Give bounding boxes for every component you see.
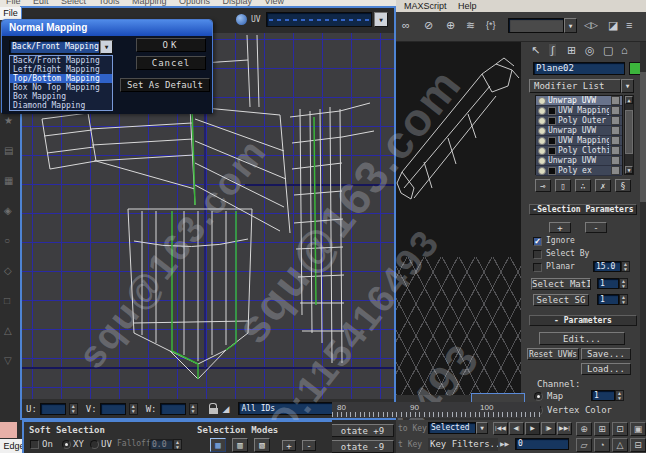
- key-filters-button[interactable]: Key Filters...: [428, 438, 498, 451]
- named-selection-arrow[interactable]: ▼: [564, 18, 577, 33]
- uv-radio[interactable]: [90, 440, 99, 449]
- stack-scrollbar[interactable]: ▲ ▼: [624, 95, 634, 175]
- matid-spinner[interactable]: ▲▼: [619, 278, 628, 289]
- spinner-down-icon[interactable]: ▼: [620, 284, 627, 289]
- go-to-start-button[interactable]: |◀◀: [493, 422, 508, 435]
- material-id-dropdown[interactable]: All IDs: [238, 402, 342, 415]
- zoom-region-icon[interactable]: ▣: [630, 422, 646, 436]
- menu-maxscript[interactable]: MAXScript: [404, 1, 447, 11]
- expand-selection-button[interactable]: +: [549, 222, 571, 233]
- stack-item-uvw-mapping[interactable]: UVW Mapping: [536, 136, 622, 146]
- v-spinner[interactable]: ▲▼: [129, 403, 138, 415]
- tab-modify[interactable]: ∫: [549, 44, 556, 56]
- tab-hierarchy[interactable]: ⊞: [567, 44, 576, 57]
- option-top-bottom[interactable]: Top/Bottom Mapping: [10, 74, 112, 83]
- sg-spinner[interactable]: ▲▼: [619, 294, 628, 305]
- triangle-down-icon[interactable]: ▽: [4, 355, 12, 366]
- visibility-bulb-icon[interactable]: [538, 147, 546, 155]
- perspective-viewport[interactable]: [396, 42, 521, 395]
- selection-parameters-rollout-header[interactable]: -Selection Parameters: [529, 204, 637, 215]
- option-back-front[interactable]: Back/Front Mapping: [10, 56, 112, 65]
- tab-display[interactable]: ▢: [603, 44, 613, 57]
- stack-item-poly-ex[interactable]: Poly ex: [536, 166, 622, 176]
- w-spinner[interactable]: ▲▼: [189, 403, 198, 415]
- edge-mode-button[interactable]: ▥: [232, 438, 248, 452]
- play-button[interactable]: ▶: [525, 422, 540, 435]
- grow-selection-button[interactable]: +: [282, 440, 296, 451]
- zoom-extents-icon[interactable]: ⊡: [612, 422, 628, 436]
- w-field[interactable]: [160, 403, 186, 415]
- falloff-spinner[interactable]: ▲▼: [173, 439, 182, 450]
- tab-motion[interactable]: ◎: [585, 44, 595, 57]
- soft-selection-on-checkbox[interactable]: [30, 440, 39, 449]
- pan-view-icon[interactable]: ▱: [576, 438, 592, 452]
- min-max-toggle-icon[interactable]: ⊟: [630, 438, 646, 452]
- shrink-selection-button[interactable]: -: [302, 440, 316, 451]
- next-frame-button[interactable]: |▶: [541, 422, 556, 435]
- spinner-down-icon[interactable]: ▼: [70, 409, 77, 414]
- stack-item-unwrap-uvw[interactable]: Unwrap UVW: [536, 96, 622, 106]
- mirror-icon[interactable]: ◁▷: [584, 20, 598, 30]
- map-channel-radio[interactable]: [534, 392, 543, 401]
- option-left-right[interactable]: Left/Right Mapping: [10, 65, 112, 74]
- u-spinner[interactable]: ▲▼: [69, 403, 78, 415]
- lock-selected-vertices-icon[interactable]: [209, 403, 218, 414]
- modifier-list-arrow[interactable]: ▼: [621, 79, 634, 93]
- planar-angle-field[interactable]: 15.0: [593, 261, 621, 272]
- align-icon[interactable]: ◪: [608, 19, 618, 32]
- auto-key-button-clipped[interactable]: to Key: [398, 424, 427, 433]
- spinner-down-icon[interactable]: ▼: [622, 267, 629, 272]
- make-unique-button[interactable]: ∴: [575, 179, 591, 192]
- ignore-backfacing-checkbox[interactable]: ✓: [533, 237, 542, 246]
- spinner-down-icon[interactable]: ▼: [130, 409, 137, 414]
- u-field[interactable]: [40, 403, 66, 415]
- configure-modifier-sets-button[interactable]: §: [615, 179, 631, 192]
- visibility-bulb-icon[interactable]: [538, 117, 546, 125]
- stack-item-box[interactable]: [611, 136, 620, 145]
- xy-radio[interactable]: [62, 440, 71, 449]
- select-by-vertex-checkbox[interactable]: [533, 250, 542, 259]
- shrink-selection-button[interactable]: -: [585, 222, 607, 233]
- rhombus-icon[interactable]: ◇: [4, 265, 12, 276]
- rotate-plus-90-button[interactable]: otate +9: [332, 424, 394, 437]
- visibility-bulb-icon[interactable]: [538, 157, 546, 165]
- sg-field[interactable]: 1: [597, 294, 619, 305]
- stack-item-box[interactable]: [611, 96, 620, 105]
- mapping-combo[interactable]: Back/Front Mapping: [9, 40, 100, 54]
- tab-create[interactable]: ↖: [531, 44, 540, 57]
- map-channel-spinner[interactable]: ▲▼: [615, 390, 624, 401]
- square-icon[interactable]: □: [4, 295, 10, 306]
- visibility-bulb-icon[interactable]: [538, 127, 546, 135]
- option-diamond[interactable]: Diamond Mapping: [10, 101, 112, 110]
- spinner-down-icon[interactable]: ▼: [174, 445, 181, 450]
- visibility-bulb-icon[interactable]: [538, 137, 546, 145]
- rotate-minus-90-button[interactable]: otate -9: [332, 440, 394, 453]
- circle-icon[interactable]: ○: [4, 235, 10, 246]
- reset-uvws-button[interactable]: Reset UVWs: [527, 348, 579, 360]
- visibility-bulb-icon[interactable]: [538, 167, 546, 175]
- falloff-field[interactable]: 0.0: [149, 439, 173, 450]
- bind-to-spacewarp-icon[interactable]: ⊕: [446, 19, 455, 32]
- mapping-combo-arrow[interactable]: ▼: [100, 40, 113, 54]
- load-uvws-button[interactable]: Load...: [581, 363, 631, 375]
- dialog-titlebar[interactable]: Normal Mapping: [2, 20, 212, 36]
- face-mode-button[interactable]: ▧: [254, 438, 270, 452]
- visibility-bulb-icon[interactable]: [538, 107, 546, 115]
- zoom-all-icon[interactable]: ⊞: [594, 422, 610, 436]
- set-key-button-clipped[interactable]: t Key: [398, 440, 422, 449]
- object-name-field[interactable]: Plane02: [533, 62, 625, 75]
- previous-frame-button[interactable]: ◀|: [509, 422, 524, 435]
- stack-item-box[interactable]: [611, 116, 620, 125]
- edit-uvws-button[interactable]: Edit...: [539, 332, 625, 345]
- show-end-result-button[interactable]: ▯: [555, 179, 571, 192]
- stack-item-poly-outer-wear[interactable]: Poly Outer Wear: [536, 116, 622, 126]
- diamond-icon[interactable]: ◈: [4, 205, 12, 216]
- keyboard-override-icon[interactable]: {*}: [486, 20, 496, 30]
- modifier-list-dropdown[interactable]: Modifier List: [529, 79, 621, 93]
- option-box-no-top[interactable]: Box No Top Mapping: [10, 83, 112, 92]
- planar-angle-checkbox[interactable]: [533, 263, 542, 272]
- set-as-default-button[interactable]: Set As Default: [120, 78, 210, 92]
- save-uvws-button[interactable]: Save...: [581, 348, 631, 360]
- stack-item-box[interactable]: [611, 106, 620, 115]
- menu-help[interactable]: Help: [458, 1, 477, 11]
